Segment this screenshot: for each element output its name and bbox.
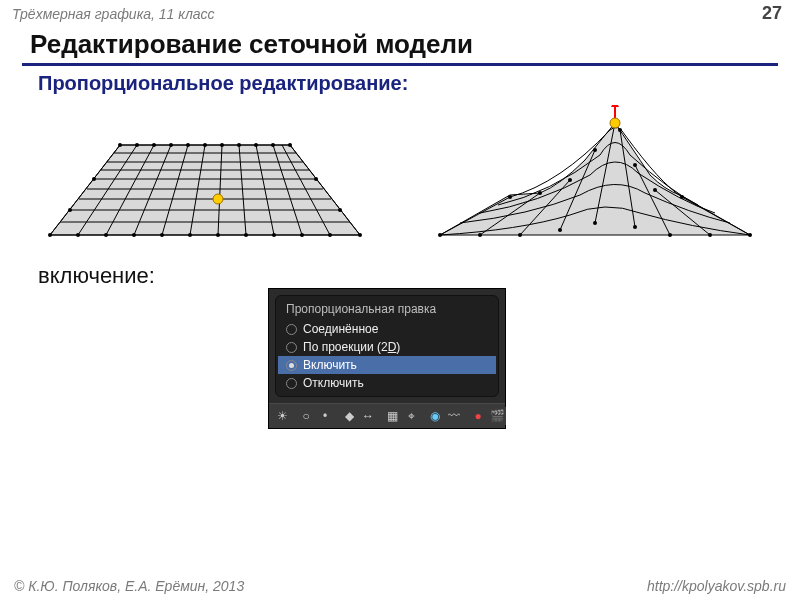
dropdown-popup: Пропорциональная правка Соединённое По п… [275, 295, 499, 397]
menu-item-connected[interactable]: Соединённое [278, 320, 496, 338]
mesh-flat [30, 105, 380, 245]
record-icon[interactable]: ● [469, 407, 487, 425]
grid-icon[interactable]: ▦ [383, 407, 401, 425]
svg-point-71 [593, 148, 597, 152]
svg-point-59 [438, 233, 442, 237]
svg-point-72 [618, 128, 622, 132]
radio-icon [286, 342, 297, 353]
svg-point-73 [633, 163, 637, 167]
slide-header: Трёхмерная графика, 11 класс 27 [0, 0, 800, 25]
sphere-icon[interactable]: ◉ [426, 407, 444, 425]
course-label: Трёхмерная графика, 11 класс [12, 6, 215, 22]
menu-item-enable[interactable]: Включить [278, 356, 496, 374]
svg-point-65 [668, 233, 672, 237]
svg-point-36 [135, 143, 139, 147]
svg-point-32 [300, 233, 304, 237]
selected-vertex-icon [610, 118, 620, 128]
sun-icon[interactable]: ☀ [273, 407, 291, 425]
dot-icon[interactable]: • [316, 407, 334, 425]
menu-label: Включить [303, 358, 357, 372]
menu-item-projected[interactable]: По проекции (2D) [278, 338, 496, 356]
curve-icon[interactable]: 〰 [445, 407, 463, 425]
svg-point-66 [708, 233, 712, 237]
svg-point-74 [653, 188, 657, 192]
pivot-icon[interactable]: ◆ [340, 407, 358, 425]
svg-point-63 [593, 221, 597, 225]
svg-point-30 [244, 233, 248, 237]
enable-label: включение: [0, 245, 800, 289]
svg-point-31 [272, 233, 276, 237]
slide-footer: © К.Ю. Поляков, Е.А. Ерёмин, 2013 http:/… [0, 574, 800, 600]
svg-point-38 [169, 143, 173, 147]
svg-point-24 [76, 233, 80, 237]
menu-label: Отключить [303, 376, 364, 390]
viewport-toolbar: ☀ ○ • ◆ ↔ ▦ ⌖ ◉ 〰 ● 🎬 [269, 403, 505, 428]
svg-point-42 [237, 143, 241, 147]
svg-point-62 [558, 228, 562, 232]
selected-vertex-icon [213, 194, 223, 204]
svg-point-27 [160, 233, 164, 237]
svg-point-33 [328, 233, 332, 237]
svg-point-44 [271, 143, 275, 147]
svg-point-25 [104, 233, 108, 237]
menu-item-disable[interactable]: Отключить [278, 374, 496, 392]
menu-label: По проекции (2D) [303, 340, 400, 354]
popup-title: Пропорциональная правка [278, 300, 496, 320]
mesh-illustrations [0, 95, 800, 245]
svg-point-70 [568, 178, 572, 182]
svg-point-49 [314, 177, 318, 181]
menu-label: Соединённое [303, 322, 378, 336]
svg-point-28 [188, 233, 192, 237]
svg-point-26 [132, 233, 136, 237]
svg-point-37 [152, 143, 156, 147]
svg-point-34 [358, 233, 362, 237]
mesh-deformed [420, 105, 770, 245]
slide-title: Редактирование сеточной модели [0, 25, 800, 61]
snap-icon[interactable]: ⌖ [402, 407, 420, 425]
svg-point-29 [216, 233, 220, 237]
svg-point-68 [508, 195, 512, 199]
proportional-edit-panel: Пропорциональная правка Соединённое По п… [268, 288, 506, 429]
radio-icon [286, 378, 297, 389]
page-number: 27 [762, 3, 782, 24]
svg-point-35 [118, 143, 122, 147]
circle-icon[interactable]: ○ [297, 407, 315, 425]
svg-point-47 [338, 208, 342, 212]
svg-point-61 [518, 233, 522, 237]
svg-point-40 [203, 143, 207, 147]
radio-icon [286, 324, 297, 335]
radio-icon [286, 360, 297, 371]
svg-point-23 [48, 233, 52, 237]
svg-point-45 [288, 143, 292, 147]
svg-point-75 [680, 195, 684, 199]
arrow-head-icon [611, 105, 619, 107]
svg-point-48 [92, 177, 96, 181]
copyright-label: © К.Ю. Поляков, Е.А. Ерёмин, 2013 [14, 578, 244, 594]
svg-point-69 [538, 191, 542, 195]
svg-point-46 [68, 208, 72, 212]
svg-point-67 [748, 233, 752, 237]
svg-point-39 [186, 143, 190, 147]
svg-point-64 [633, 225, 637, 229]
slide-subtitle: Пропорциональное редактирование: [0, 66, 800, 95]
film-icon[interactable]: 🎬 [488, 407, 506, 425]
svg-point-60 [478, 233, 482, 237]
arrows-icon[interactable]: ↔ [359, 407, 377, 425]
svg-point-41 [220, 143, 224, 147]
url-label: http://kpolyakov.spb.ru [647, 578, 786, 594]
svg-point-43 [254, 143, 258, 147]
